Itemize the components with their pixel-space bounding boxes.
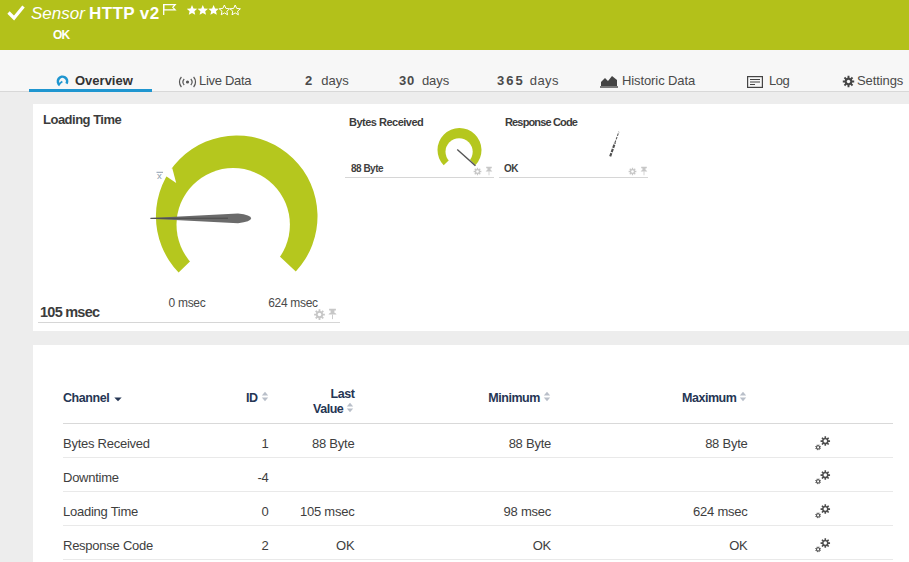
svg-text:x: x	[157, 170, 162, 181]
